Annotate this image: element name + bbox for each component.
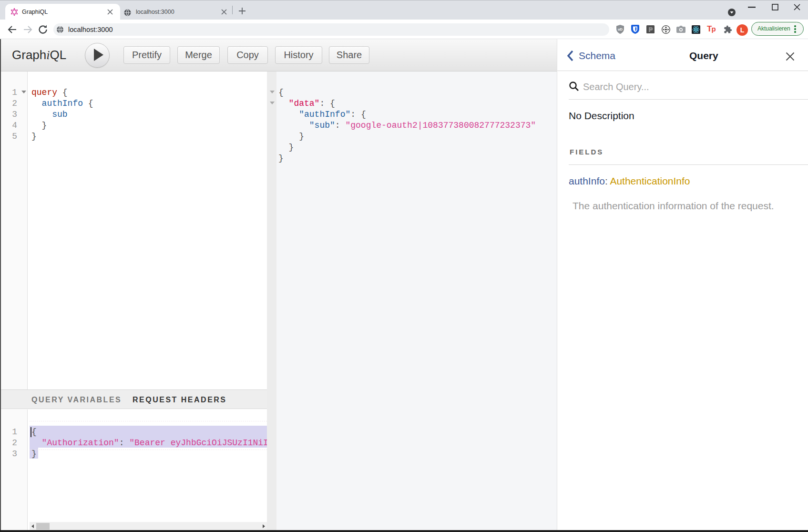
svg-text:uD: uD bbox=[618, 27, 623, 31]
